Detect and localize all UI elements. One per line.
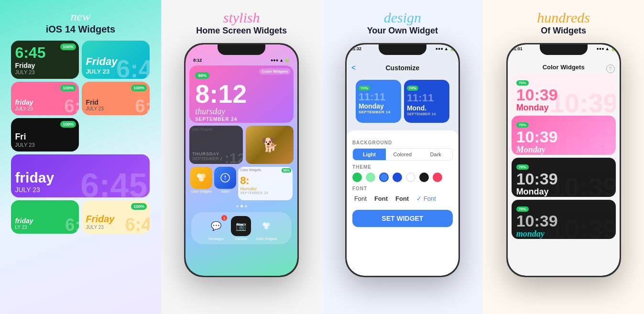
panel2-sub-title: Home Screen Widgets: [196, 26, 287, 36]
theme-dot-dark-blue[interactable]: [393, 173, 402, 182]
widget-dark-green: 100% 6:45 Friday JULY 23: [11, 41, 79, 79]
widget-badge: 100%: [60, 121, 76, 128]
font-section-label: FONT: [352, 186, 453, 191]
dock-label: Color Widgets: [256, 237, 277, 240]
widget-time-overlay: 6:4: [125, 215, 150, 234]
widget-label: Color Widgets: [259, 68, 291, 75]
customize-options: BACKGROUND Light Colored Dark THEME: [347, 130, 458, 276]
status-bar: 8:12 ●●● ▲ 🔋: [189, 58, 294, 63]
theme-dot-light-green[interactable]: [366, 173, 375, 182]
widget-date: SEPTEMBER 24: [240, 191, 291, 195]
customize-screen: 11:32 ●●●▲🔋 < Customize 74% 11:11: [347, 44, 458, 276]
page-dot-active: [240, 205, 243, 207]
widget-time-overlay: 6:: [65, 215, 79, 234]
set-widget-button[interactable]: SET WIDGET: [352, 210, 453, 227]
app-icon-safari[interactable]: [214, 167, 236, 189]
widget-hotpink[interactable]: 79% 10:39 Monday SEPTEMBER 14 10:39: [512, 116, 616, 155]
widget-day: thursday: [240, 186, 291, 191]
widget-teal: 6:4 Friday JULY 23: [82, 41, 150, 79]
app-icon-color-widgets[interactable]: [190, 167, 212, 189]
widget-teal[interactable]: 79% 10:39 monday SEPTEMBER 14 10:39: [512, 200, 616, 239]
widget-time: 11:11: [407, 92, 447, 104]
theme-dot-red[interactable]: [433, 173, 442, 182]
app-screenshots: new iOS 14 Widgets 100% 6:45 Friday JULY…: [0, 0, 644, 314]
dock-label: Camera: [235, 237, 247, 240]
theme-dot-green[interactable]: [352, 173, 362, 182]
back-button[interactable]: <: [351, 64, 356, 72]
widget-row: Color Widgets :12 THURSDAY SEPTEMBER 2 🐕: [189, 126, 294, 164]
dock-color-widgets[interactable]: [256, 216, 276, 236]
widget-time: 8:: [240, 175, 291, 186]
widget-badge: 79%: [516, 206, 529, 212]
font-options-group: Font Font Font ✓ Font: [352, 194, 453, 203]
widget-pink: 100% 6: friday JULY 23: [11, 82, 79, 115]
theme-dot-black[interactable]: [419, 173, 429, 182]
screen-title: Customize: [385, 64, 419, 72]
panel-new-widgets: new iOS 14 Widgets 100% 6:45 Friday JULY…: [0, 0, 161, 314]
widget-day: Fri: [15, 132, 75, 142]
dock-camera[interactable]: 📷: [231, 216, 251, 236]
theme-dot-blue[interactable]: [379, 173, 389, 182]
widget-time-overlay: 6:4: [116, 56, 150, 79]
widget-day: Friday: [15, 62, 75, 69]
time-overlay: 10:39: [549, 132, 615, 155]
phone-mockup-4: 11:01 ●●●▲🔋 Color Widgets ? 79% 10:39: [506, 43, 621, 277]
widget-big-time: 8:12: [195, 81, 288, 107]
svg-marker-5: [224, 178, 226, 181]
time-overlay: 10:39: [549, 90, 615, 113]
app-icons-row: Color Widgets Safari Color Widgets 98%: [189, 167, 294, 200]
widget-time-overlay: 6:45: [80, 169, 147, 197]
notification-badge: 1: [221, 215, 227, 221]
app-item[interactable]: Color Widgets: [190, 167, 212, 200]
widget-black: 100% Fri JULY 23: [11, 118, 79, 152]
widget-coral: 100% 6: Frid JULY 23: [82, 82, 150, 115]
color-widgets-screen: 11:01 ●●●▲🔋 Color Widgets ? 79% 10:39: [508, 44, 620, 276]
status-icons: ●●●▲🔋: [436, 46, 455, 51]
help-button[interactable]: ?: [606, 65, 615, 73]
font-option-2[interactable]: Font: [372, 194, 390, 203]
widget-badge: 100%: [60, 43, 76, 50]
dock-item[interactable]: Color Widgets: [256, 216, 277, 240]
status-time: 11:32: [350, 46, 361, 51]
widget-preview-area: 74% 11:11 Monday SEPTEMBER 14 74% 11:11 …: [347, 76, 458, 127]
font-option-4-selected[interactable]: ✓ Font: [415, 194, 438, 203]
widget-grid: 100% 6:45 Friday JULY 23 6:4 Friday JULY…: [11, 41, 150, 234]
bg-option-colored[interactable]: Colored: [386, 149, 419, 160]
widget-date: SEPTEMBER 24: [195, 117, 288, 122]
dock-messages[interactable]: 💬 1: [206, 216, 226, 236]
preview-widget-blue[interactable]: 74% 11:11 Monday SEPTEMBER 14: [356, 80, 401, 123]
widget-badge: 100%: [131, 203, 147, 210]
panel1-title: new iOS 14 Widgets: [46, 10, 115, 35]
theme-color-options: [352, 173, 453, 182]
dock-label: Messages: [208, 237, 224, 240]
widget-date: SEPTEMBER 14: [359, 110, 398, 114]
font-option-3[interactable]: Font: [393, 194, 411, 203]
app-dock: 💬 1 Messages 📷 Camera: [191, 212, 292, 244]
panel2-header: stylish Home Screen Widgets: [196, 10, 287, 36]
widget-label: Color Widgets: [191, 128, 212, 131]
page-dot: [245, 205, 247, 207]
widget-dark[interactable]: 79% 10:39 Monday SEPTEMBER 14 10:39: [512, 158, 616, 197]
time-overlay: :12: [225, 150, 243, 164]
widget-green: 6: friday LY 23: [11, 200, 79, 234]
widget-pink[interactable]: 79% 10:39 Monday SEPTEMBER 14 10:39: [512, 74, 616, 113]
bg-option-dark[interactable]: Dark: [419, 149, 452, 160]
font-option-1[interactable]: Font: [352, 194, 369, 203]
widget-badge: 79%: [516, 80, 529, 86]
phone-screen-3: 11:32 ●●●▲🔋 < Customize 74% 11:11: [347, 44, 458, 276]
dock-item[interactable]: 📷 Camera: [231, 216, 251, 240]
bg-option-light[interactable]: Light: [353, 149, 386, 160]
theme-dot-white[interactable]: [406, 173, 415, 182]
widget-day: thursday: [195, 107, 288, 117]
widget-beige: 100% 6:4 Friday JULY 23: [82, 200, 150, 234]
panel1-main-title: iOS 14 Widgets: [46, 24, 115, 35]
preview-widget-dark-blue[interactable]: 74% 11:11 Mond. SEPTEMBER 14: [404, 80, 449, 123]
widget-day: Monday: [359, 102, 398, 110]
widget-day: Mond.: [407, 104, 447, 112]
bottom-color-widget: Color Widgets 98% 8: thursday SEPTEMBER …: [238, 167, 293, 200]
phone-mockup-3: 11:32 ●●●▲🔋 < Customize 74% 11:11: [345, 43, 460, 277]
widget-badge: 79%: [516, 164, 529, 170]
bg-section-label: BACKGROUND: [352, 140, 453, 145]
dock-item[interactable]: 💬 1 Messages: [206, 216, 226, 240]
app-item[interactable]: Safari: [214, 167, 236, 200]
